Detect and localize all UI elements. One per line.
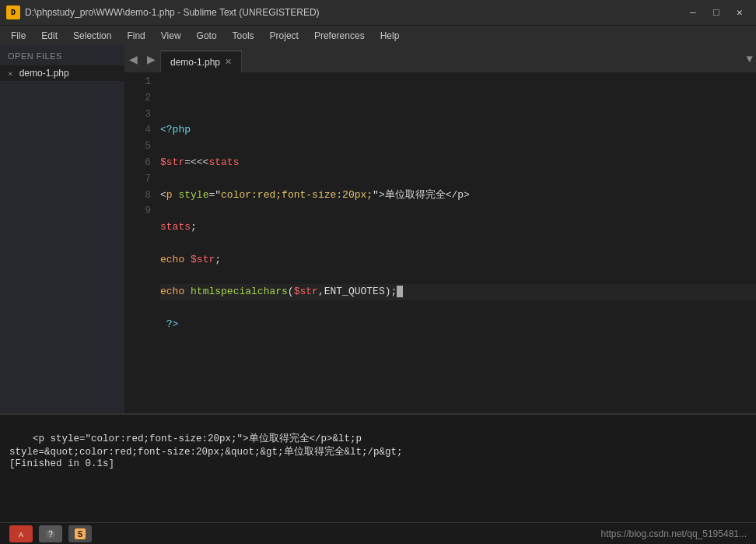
code-line-5: stats; <box>160 219 756 236</box>
sidebar-item-demo[interactable]: ✕ demo-1.php <box>0 65 124 81</box>
line-num-7: 7 <box>124 171 151 188</box>
svg-text:A: A <box>19 531 23 539</box>
line-num-3: 3 <box>124 107 151 123</box>
code-line-7: echo htmlspecialchars($str,ENT_QUOTES); <box>160 284 756 300</box>
svg-text:?: ? <box>48 530 53 539</box>
line-num-5: 5 <box>124 139 151 155</box>
code-line-3: $str=<<<stats <box>160 155 756 171</box>
tab-nav-next[interactable]: ▶ <box>142 50 160 68</box>
minimize-button[interactable]: — <box>683 5 703 20</box>
status-icon-red: A <box>9 525 33 542</box>
status-icon-gray: ? <box>39 525 62 542</box>
code-line-8: ?> <box>160 317 756 333</box>
menu-tools[interactable]: Tools <box>225 28 262 44</box>
code-editor[interactable]: 1 2 3 4 5 6 7 8 9 <?php $str=<<<stats <p… <box>124 72 756 413</box>
sublime-icon: S <box>74 528 86 540</box>
close-button[interactable]: ✕ <box>730 5 750 20</box>
status-bar: A ? S https://blog.csdn.net/qq_5195481..… <box>0 522 756 544</box>
menu-find[interactable]: Find <box>119 28 152 44</box>
line-num-8: 8 <box>124 188 151 204</box>
tab-dropdown-icon[interactable]: ▼ <box>747 53 753 65</box>
menu-bar: File Edit Selection Find View Goto Tools… <box>0 25 756 45</box>
menu-view[interactable]: View <box>153 28 189 44</box>
maximize-button[interactable]: □ <box>706 5 726 20</box>
tab-nav: ◀ ▶ demo-1.php ✕ <box>124 45 242 72</box>
icon-svg-2: ? <box>44 528 57 540</box>
title-bar: D D:\phpstudy_pro\WWW\demo-1.php - Subli… <box>0 0 756 25</box>
tab-demo-1[interactable]: demo-1.php ✕ <box>160 51 242 72</box>
code-line-9 <box>160 349 756 366</box>
console-output: <p style="color:red;font-size:20px;">单位取… <box>9 433 403 469</box>
tab-nav-prev[interactable]: ◀ <box>124 50 142 68</box>
sidebar-title: OPEN FILES <box>0 45 124 65</box>
menu-file[interactable]: File <box>3 28 33 44</box>
code-line-6: echo $str; <box>160 252 756 268</box>
tab-label: demo-1.php <box>170 57 220 68</box>
line-num-2: 2 <box>124 90 151 107</box>
sidebar-close-icon[interactable]: ✕ <box>8 68 13 79</box>
code-line-1 <box>160 90 756 107</box>
menu-help[interactable]: Help <box>373 28 408 44</box>
menu-goto[interactable]: Goto <box>189 28 225 44</box>
editor-panel: ◀ ▶ demo-1.php ✕ ▼ 1 2 3 4 5 6 <box>124 45 756 413</box>
line-numbers: 1 2 3 4 5 6 7 8 9 <box>124 72 157 413</box>
tab-bar: ◀ ▶ demo-1.php ✕ ▼ <box>124 45 756 72</box>
line-num-1: 1 <box>124 74 151 90</box>
code-line-4: <p style="color:red;font-size:20px;">单位取… <box>160 188 756 204</box>
code-line-2: <?php <box>160 122 756 139</box>
icon-svg: A <box>15 528 27 540</box>
tab-close-icon[interactable]: ✕ <box>225 57 232 67</box>
menu-preferences[interactable]: Preferences <box>306 28 373 44</box>
editor-area: OPEN FILES ✕ demo-1.php ◀ ▶ demo-1.php ✕… <box>0 45 756 413</box>
line-num-4: 4 <box>124 122 151 139</box>
sidebar-file-name: demo-1.php <box>19 68 69 79</box>
line-num-9: 9 <box>124 203 151 219</box>
status-icon-sublime: S <box>68 525 92 542</box>
main-area: OPEN FILES ✕ demo-1.php ◀ ▶ demo-1.php ✕… <box>0 45 756 544</box>
window-controls: — □ ✕ <box>683 5 750 20</box>
app-icon: D <box>6 5 20 19</box>
menu-edit[interactable]: Edit <box>33 28 65 44</box>
svg-text:S: S <box>78 530 83 539</box>
code-content[interactable]: <?php $str=<<<stats <p style="color:red;… <box>157 72 756 413</box>
status-url: https://blog.csdn.net/qq_5195481... <box>601 528 747 539</box>
console-panel: <p style="color:red;font-size:20px;">单位取… <box>0 413 756 522</box>
menu-selection[interactable]: Selection <box>65 28 119 44</box>
menu-project[interactable]: Project <box>262 28 306 44</box>
title-left: D D:\phpstudy_pro\WWW\demo-1.php - Subli… <box>6 5 320 19</box>
sidebar: OPEN FILES ✕ demo-1.php <box>0 45 124 413</box>
window-title: D:\phpstudy_pro\WWW\demo-1.php - Sublime… <box>25 7 320 18</box>
status-left: A ? S <box>9 525 92 542</box>
line-num-6: 6 <box>124 155 151 171</box>
